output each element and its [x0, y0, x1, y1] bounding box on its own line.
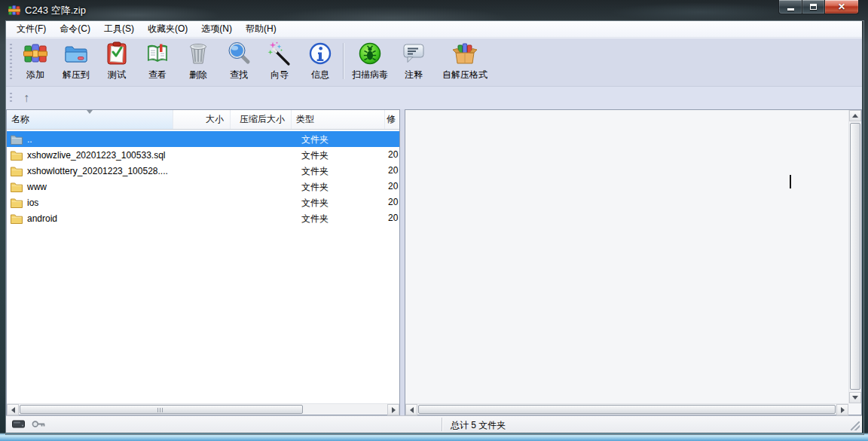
arrow-left-icon [410, 407, 414, 413]
toolbar-button-label: 解压到 [63, 69, 90, 81]
file-type: 文件夹 [301, 213, 329, 225]
column-header-size[interactable]: 大小 [173, 110, 231, 129]
parent-folder-icon [11, 134, 23, 145]
info-icon [307, 40, 334, 67]
toolbar-button-label: 测试 [108, 69, 126, 81]
scrollbar-thumb[interactable] [850, 123, 860, 390]
file-type: 文件夹 [301, 149, 329, 162]
toolbar-button-label: 向导 [270, 69, 289, 81]
menu-file[interactable]: 文件(F) [10, 21, 53, 37]
toolbar-test-button[interactable]: 测试 [96, 38, 137, 84]
up-arrow-icon: ↑ [23, 91, 29, 105]
file-row-parent[interactable]: .. 文件夹 [7, 131, 399, 147]
minimize-button[interactable] [778, 0, 802, 14]
folder-icon [11, 198, 23, 208]
toolbar-find-button[interactable]: 查找 [219, 38, 259, 84]
disk-drive-icon[interactable] [12, 420, 26, 428]
toolbar-button-label: 扫描病毒 [352, 69, 388, 81]
close-icon: ✕ [838, 2, 845, 12]
toolbar-sfx-button[interactable]: 自解压格式 [433, 38, 497, 84]
toolbar-button-label: 信息 [311, 69, 329, 81]
key-icon[interactable] [32, 420, 46, 428]
folder-icon [11, 182, 23, 192]
comment-horizontal-scrollbar[interactable] [405, 403, 848, 415]
scroll-left-button[interactable] [405, 404, 417, 415]
file-list-horizontal-scrollbar[interactable] [7, 403, 399, 415]
file-type: 文件夹 [301, 133, 329, 146]
file-name: xshowlottery_20201223_100528.... [27, 166, 168, 176]
view-book-icon [144, 40, 171, 67]
column-header-modified[interactable]: 修 [385, 110, 399, 129]
menu-bar: 文件(F) 命令(C) 工具(S) 收藏夹(O) 选项(N) 帮助(H) [6, 21, 862, 38]
client-area: 文件(F) 命令(C) 工具(S) 收藏夹(O) 选项(N) 帮助(H) [6, 21, 862, 433]
file-row[interactable]: android 文件夹 20 [7, 210, 399, 226]
extract-folder-icon [63, 40, 90, 67]
file-row[interactable]: xshowlottery_20201223_100528.... 文件夹 20 [7, 163, 399, 179]
arrow-up-icon [852, 114, 858, 118]
test-clipboard-icon [103, 40, 130, 67]
toolbar-wizard-button[interactable]: 向导 [259, 38, 300, 84]
close-button[interactable]: ✕ [825, 0, 859, 14]
toolbar-info-button[interactable]: 信息 [300, 38, 341, 84]
menu-options[interactable]: 选项(N) [194, 21, 239, 37]
thumb-grip [157, 408, 164, 412]
window-title: C243 空降.zip [25, 4, 86, 17]
scroll-right-button[interactable] [836, 404, 848, 415]
toolbar-comment-button[interactable]: 注释 [394, 38, 433, 84]
toolbar-button-label: 自解压格式 [442, 69, 487, 81]
arrow-down-icon [852, 396, 858, 400]
toolbar-separator [343, 43, 344, 79]
menu-help[interactable]: 帮助(H) [239, 21, 283, 37]
toolbar-scan-virus-button[interactable]: 扫描病毒 [346, 38, 394, 84]
wizard-wand-icon [266, 40, 293, 67]
toolbar-drag-grip[interactable] [10, 44, 12, 80]
scroll-left-button[interactable] [7, 404, 19, 415]
maximize-icon [810, 4, 817, 10]
column-header-type[interactable]: 类型 [292, 110, 385, 129]
titlebar[interactable]: C243 空降.zip ✕ [0, 0, 868, 21]
menu-commands[interactable]: 命令(C) [53, 21, 97, 37]
toolbar-button-label: 删除 [189, 69, 207, 81]
toolbar-add-button[interactable]: 添加 [15, 38, 56, 84]
toolbar-button-label: 添加 [26, 69, 44, 81]
file-name: .. [27, 134, 32, 145]
file-type: 文件夹 [301, 181, 329, 194]
file-row[interactable]: xshowzlive_20201223_100533.sql 文件夹 20 [7, 147, 399, 163]
toolbar-view-button[interactable]: 查看 [137, 38, 178, 84]
menu-favorites[interactable]: 收藏夹(O) [141, 21, 194, 37]
arrow-right-icon [841, 407, 845, 413]
resize-grip-icon[interactable] [851, 421, 860, 430]
file-modified: 20 [388, 181, 398, 191]
add-books-icon [22, 40, 49, 67]
address-bar-drag-grip[interactable] [10, 93, 12, 103]
toolbar-extract-button[interactable]: 解压到 [56, 38, 96, 84]
file-row[interactable]: ios 文件夹 20 [7, 194, 399, 210]
main-area: 名称 大小 压缩后大小 类型 修 .. 文件夹 xshowzlive_20201… [6, 109, 862, 415]
file-modified: 20 [388, 213, 398, 223]
folder-icon [11, 213, 23, 224]
file-row[interactable]: www 文件夹 20 [7, 179, 399, 194]
scroll-down-button[interactable] [849, 392, 861, 403]
file-list-pane: 名称 大小 压缩后大小 类型 修 .. 文件夹 xshowzlive_20201… [6, 109, 400, 415]
up-directory-button[interactable]: ↑ [17, 89, 35, 107]
arrow-right-icon [392, 407, 396, 413]
menu-tools[interactable]: 工具(S) [97, 21, 141, 37]
winrar-window: C243 空降.zip ✕ 文件(F) 命令(C) 工具(S) 收藏夹(O) 选… [0, 0, 868, 441]
sfx-box-icon [451, 40, 478, 67]
status-total-text: 总计 5 文件夹 [451, 419, 506, 432]
scrollbar-thumb[interactable] [20, 405, 303, 414]
scroll-up-button[interactable] [849, 110, 861, 121]
file-name: www [27, 182, 47, 192]
toolbar-delete-button[interactable]: 删除 [178, 38, 219, 84]
file-list-header: 名称 大小 压缩后大小 类型 修 [7, 110, 399, 130]
column-header-packed[interactable]: 压缩后大小 [231, 110, 292, 129]
address-bar: ↑ [6, 86, 862, 109]
maximize-button[interactable] [802, 0, 825, 14]
minimize-icon [787, 8, 794, 11]
scroll-right-button[interactable] [387, 404, 399, 415]
comment-vertical-scrollbar[interactable] [848, 110, 861, 403]
file-type: 文件夹 [301, 165, 329, 178]
file-modified: 20 [388, 149, 398, 160]
scrollbar-thumb[interactable] [418, 405, 836, 414]
toolbar-button-label: 查找 [230, 69, 248, 81]
